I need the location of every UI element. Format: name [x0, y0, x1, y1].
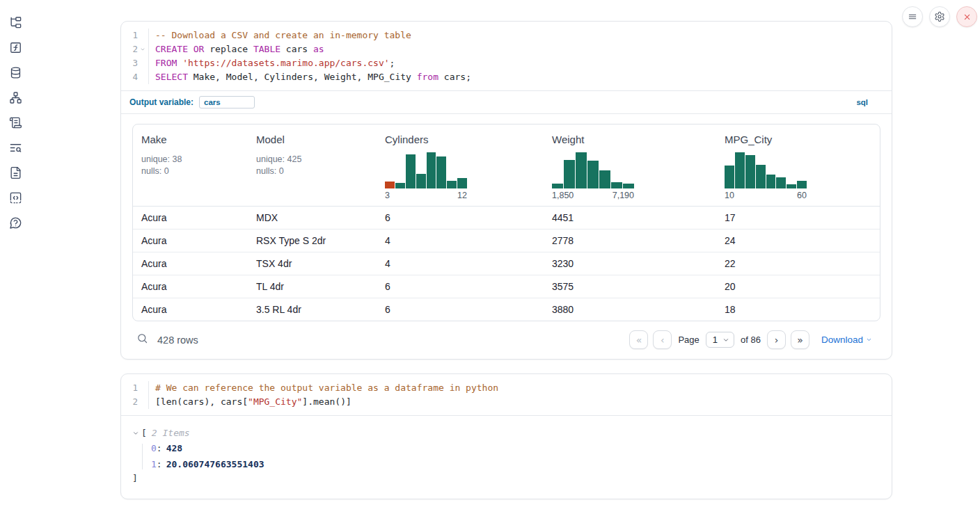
histogram-bar	[623, 184, 634, 188]
table-cell: Acura	[133, 252, 248, 275]
table-cell: TL 4dr	[248, 275, 377, 298]
table-cell: 18	[716, 298, 880, 321]
code-line[interactable]: 2CREATE OR replace TABLE cars as	[121, 42, 892, 56]
column-header-weight[interactable]: Weight1,8507,190	[544, 124, 716, 206]
table-cell: Acura	[133, 230, 248, 252]
page-select-value: 1	[713, 335, 718, 345]
table-cell: 3230	[544, 252, 716, 275]
tree-entries: 0:4281:20.060747663551403	[142, 444, 880, 469]
pagination-prev-button[interactable]: ‹	[653, 330, 672, 349]
sidebar-item-help[interactable]	[0, 210, 31, 235]
tree-entry: 0:428	[151, 444, 880, 453]
code-text[interactable]: FROM 'https://datasets.marimo.app/cars.c…	[148, 56, 892, 70]
histogram-bar	[776, 177, 786, 188]
histogram-bar	[725, 166, 734, 188]
line-number: 3	[121, 56, 138, 70]
search-icon[interactable]	[136, 332, 148, 347]
database-icon	[9, 66, 22, 79]
column-title: Cylinders	[385, 134, 535, 145]
items-count-label: 2 Items	[152, 428, 190, 438]
histogram-bar	[797, 181, 807, 188]
table-footer: 428 rows « ‹ Page 1 of 86 › » Download	[132, 324, 880, 351]
code-text[interactable]: [len(cars), cars["MPG_City"].mean()]	[148, 395, 892, 409]
column-title: Weight	[552, 134, 708, 145]
table-cell: 4451	[544, 207, 716, 229]
sidebar-item-dependency-graph[interactable]	[0, 85, 31, 110]
line-number: 2	[121, 395, 138, 409]
open-bracket: [	[141, 428, 147, 438]
line-number: 1	[121, 381, 138, 395]
column-title: Make	[141, 134, 239, 145]
notebook-menu-button[interactable]	[902, 6, 923, 27]
code-text[interactable]: SELECT Make, Model, Cylinders, Weight, M…	[148, 70, 892, 84]
sidebar-item-snippets[interactable]	[0, 185, 31, 210]
histogram-bars	[725, 152, 807, 188]
column-histogram: 1060	[725, 152, 807, 200]
sidebar-item-variables[interactable]	[0, 35, 31, 60]
code-line[interactable]: 4SELECT Make, Model, Cylinders, Weight, …	[121, 70, 892, 84]
histogram-bar	[587, 161, 599, 188]
histogram-range-labels: 1,8507,190	[552, 191, 634, 200]
column-header-cylinders[interactable]: Cylinders312	[377, 124, 544, 206]
fold-slot	[138, 381, 147, 395]
column-header-make[interactable]: Makeunique: 38nulls: 0	[133, 124, 248, 206]
settings-button[interactable]	[929, 6, 950, 27]
code-text[interactable]: # We can reference the output variable a…	[148, 381, 892, 395]
code-line[interactable]: 1# We can reference the output variable …	[121, 381, 892, 395]
histogram-bar	[385, 182, 395, 188]
page-select[interactable]: 1	[706, 332, 734, 348]
download-label: Download	[821, 335, 863, 345]
close-bracket: ]	[132, 473, 880, 483]
download-button[interactable]: Download	[821, 335, 872, 345]
histogram-bar	[576, 152, 587, 188]
histogram-bar	[416, 174, 426, 188]
sidebar-item-logs[interactable]	[0, 135, 31, 160]
pagination: « ‹ Page 1 of 86 › » Download	[629, 330, 876, 349]
sql-code-editor[interactable]: 1-- Download a CSV and create an in-memo…	[121, 22, 892, 90]
table-cell: 3575	[544, 275, 716, 298]
shutdown-button[interactable]	[956, 6, 977, 27]
table-row: Acura3.5 RL 4dr6388018	[133, 298, 880, 321]
output-variable-row: Output variable: sql	[121, 91, 892, 113]
histogram-bar	[427, 152, 436, 188]
table-body: AcuraMDX6445117AcuraRSX Type S 2dr427782…	[133, 207, 880, 321]
column-histogram: 312	[385, 152, 467, 200]
histogram-bar	[599, 170, 610, 188]
histogram-bar	[552, 184, 563, 188]
histogram-bar	[735, 152, 745, 188]
pagination-next-button[interactable]: ›	[767, 330, 786, 349]
column-header-mpg_city[interactable]: MPG_City1060	[716, 124, 880, 206]
sidebar-item-file-explorer[interactable]	[0, 10, 31, 35]
code-text[interactable]: CREATE OR replace TABLE cars as	[148, 42, 892, 56]
pagination-last-button[interactable]: »	[791, 330, 809, 349]
table-row: AcuraMDX6445117	[133, 207, 880, 230]
column-title: MPG_City	[725, 134, 871, 145]
histogram-bar	[406, 154, 416, 188]
table-cell: 4	[377, 252, 544, 275]
code-line[interactable]: 3FROM 'https://datasets.marimo.app/cars.…	[121, 56, 892, 70]
code-line[interactable]: 2[len(cars), cars["MPG_City"].mean()]	[121, 395, 892, 409]
column-header-model[interactable]: Modelunique: 425nulls: 0	[248, 124, 377, 206]
histogram-bar	[457, 178, 467, 188]
histogram-bars	[385, 152, 467, 188]
code-text[interactable]: -- Download a CSV and create an in-memor…	[148, 29, 892, 42]
gear-icon	[934, 11, 945, 22]
sql-cell-output: Makeunique: 38nulls: 0Modelunique: 425nu…	[121, 113, 892, 359]
histogram-bar	[787, 184, 796, 188]
output-variable-input[interactable]	[199, 96, 255, 108]
code-line[interactable]: 1-- Download a CSV and create an in-memo…	[121, 29, 892, 42]
python-code-editor[interactable]: 1# We can reference the output variable …	[121, 374, 892, 415]
chevron-down-icon	[866, 337, 872, 343]
fold-chevron-icon[interactable]	[138, 42, 147, 56]
table-cell: 6	[377, 275, 544, 298]
chevron-down-icon[interactable]	[132, 430, 139, 437]
table-row: AcuraRSX Type S 2dr4277824	[133, 230, 880, 252]
table-cell: 3880	[544, 298, 716, 321]
sidebar-item-datasources[interactable]	[0, 60, 31, 85]
table-cell: 4	[377, 230, 544, 252]
sidebar-item-scratchpad[interactable]	[0, 110, 31, 135]
pagination-first-button[interactable]: «	[629, 330, 648, 349]
message-question-icon	[9, 216, 22, 230]
sidebar-item-documentation[interactable]	[0, 160, 31, 185]
language-badge: sql	[856, 98, 868, 106]
